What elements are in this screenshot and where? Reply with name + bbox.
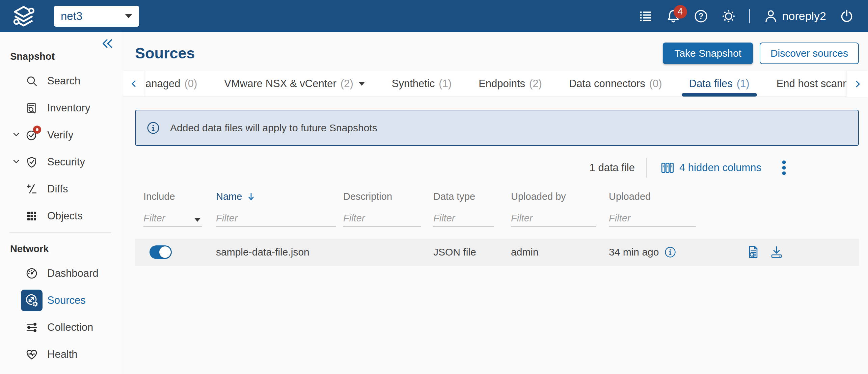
include-filter <box>143 211 202 226</box>
row-count-label: 1 data file <box>590 162 635 174</box>
topbar: net3 4 ? <box>0 0 868 32</box>
info-banner: Added data files will apply to future Sn… <box>135 110 859 146</box>
sidebar-item-label: Inventory <box>47 102 90 114</box>
column-header-name[interactable]: Name <box>216 191 343 202</box>
sidebar-item-objects[interactable]: Objects <box>0 203 123 230</box>
tab-vmware-nsx-vcenter[interactable]: VMware NSX & vCenter (2) <box>211 71 378 97</box>
tab-managed[interactable]: anaged (0) <box>145 71 211 97</box>
info-icon <box>146 121 160 135</box>
include-toggle[interactable] <box>150 245 172 259</box>
column-header-description[interactable]: Description <box>343 191 433 202</box>
diffs-plus-minus-icon <box>21 178 43 200</box>
chevron-down-icon[interactable] <box>194 218 200 222</box>
objects-grid-icon <box>21 205 43 227</box>
sidebar-item-search[interactable]: Search <box>0 68 123 95</box>
table-header: Include Name Description Data type Uploa… <box>135 191 868 202</box>
table-controls: 1 data file 4 hidden columns <box>135 159 868 176</box>
logout-power-icon[interactable] <box>840 9 854 23</box>
sidebar-section-network: Network <box>10 243 123 255</box>
sidebar-item-label: Security <box>47 156 85 168</box>
upload-info-icon[interactable] <box>664 246 676 258</box>
sources-icon <box>21 290 43 311</box>
data-type-filter <box>433 211 494 226</box>
snapshot-select[interactable]: net3 <box>54 6 139 27</box>
tab-data-files[interactable]: Data files (1) <box>676 71 763 97</box>
uploaded-by-filter <box>511 211 596 226</box>
discover-sources-button[interactable]: Discover sources <box>760 43 859 64</box>
row-actions <box>746 245 859 260</box>
sidebar-item-security[interactable]: Security <box>0 149 123 176</box>
help-icon[interactable]: ? <box>694 9 708 23</box>
name-filter <box>216 211 336 226</box>
sidebar-divider <box>9 232 111 233</box>
sort-desc-arrow-icon <box>247 192 255 202</box>
sidebar-item-label: Health <box>47 348 78 360</box>
sidebar-item-label: Sources <box>47 294 86 306</box>
page-header: Sources Take Snapshot Discover sources <box>135 42 868 64</box>
topbar-divider <box>749 9 750 23</box>
app-body: Snapshot Search Inventory <box>0 32 868 374</box>
notification-count-badge: 4 <box>674 5 687 19</box>
chevron-down-icon[interactable] <box>11 130 21 140</box>
table-menu-kebab-icon[interactable] <box>782 160 786 176</box>
data-type-cell: JSON file <box>433 246 511 258</box>
column-header-uploaded-by[interactable]: Uploaded by <box>511 191 609 202</box>
description-filter-input[interactable] <box>343 213 421 226</box>
app-logo-icon[interactable] <box>9 4 38 28</box>
tab-end-host-scanners[interactable]: End host scanners (0) <box>763 71 846 97</box>
hidden-columns-label: 4 hidden columns <box>679 162 761 174</box>
tab-data-connectors[interactable]: Data connectors (0) <box>555 71 676 97</box>
column-header-uploaded[interactable]: Uploaded <box>609 191 746 202</box>
user-menu[interactable]: noreply2 <box>763 9 826 24</box>
main-content: Sources Take Snapshot Discover sources a… <box>123 32 868 374</box>
take-snapshot-button[interactable]: Take Snapshot <box>663 43 753 64</box>
uploaded-by-filter-input[interactable] <box>511 213 596 226</box>
chevron-down-icon[interactable] <box>11 157 21 167</box>
banner-message: Added data files will apply to future Sn… <box>170 122 377 134</box>
dashboard-gauge-icon <box>21 263 43 284</box>
shield-check-icon <box>21 151 43 173</box>
verify-check-circle-icon <box>21 124 43 146</box>
uploaded-filter-input[interactable] <box>609 213 696 226</box>
inventory-icon <box>21 97 43 119</box>
sidebar-item-label: Objects <box>47 210 83 222</box>
sidebar-section-snapshot: Snapshot <box>10 51 123 62</box>
task-list-icon[interactable] <box>639 9 653 23</box>
table-row: sample-data-file.json JSON file admin 34… <box>135 239 859 266</box>
sidebar-item-verify[interactable]: Verify <box>0 122 123 149</box>
tab-synthetic[interactable]: Synthetic (1) <box>378 71 465 97</box>
columns-icon <box>660 161 675 175</box>
page-title: Sources <box>135 45 195 62</box>
topbar-actions: 4 ? noreply <box>639 9 854 24</box>
sidebar-collapse-icon[interactable] <box>101 37 114 52</box>
name-filter-input[interactable] <box>216 213 336 226</box>
view-file-icon[interactable] <box>746 245 760 260</box>
sidebar-item-label: Verify <box>47 129 74 141</box>
sidebar-item-diffs[interactable]: Diffs <box>0 176 123 203</box>
sidebar-item-health[interactable]: Health <box>0 341 123 368</box>
download-icon[interactable] <box>769 245 784 260</box>
svg-text:?: ? <box>698 12 703 21</box>
theme-brightness-icon[interactable] <box>722 9 736 23</box>
sidebar: Snapshot Search Inventory <box>0 32 123 374</box>
column-header-data-type[interactable]: Data type <box>433 191 511 202</box>
sidebar-item-label: Diffs <box>47 183 68 195</box>
sources-tabstrip: anaged (0) VMware NSX & vCenter (2) Synt… <box>123 71 868 97</box>
collection-sliders-icon <box>21 317 43 338</box>
controls-divider <box>646 158 647 178</box>
file-name-cell: sample-data-file.json <box>216 246 343 258</box>
data-type-filter-input[interactable] <box>433 213 494 226</box>
tabs-scroll-left-button[interactable] <box>123 71 145 97</box>
tabs-viewport: anaged (0) VMware NSX & vCenter (2) Synt… <box>145 71 846 97</box>
tabs-scroll-right-button[interactable] <box>846 71 868 97</box>
column-header-include[interactable]: Include <box>143 191 216 202</box>
sidebar-item-dashboard[interactable]: Dashboard <box>0 260 123 287</box>
sidebar-item-sources[interactable]: Sources <box>0 287 123 314</box>
hidden-columns-button[interactable]: 4 hidden columns <box>660 161 761 175</box>
sidebar-item-collection[interactable]: Collection <box>0 314 123 341</box>
tab-endpoints[interactable]: Endpoints (2) <box>465 71 555 97</box>
sidebar-item-inventory[interactable]: Inventory <box>0 95 123 122</box>
description-filter <box>343 211 421 226</box>
notifications-bell-icon[interactable]: 4 <box>666 9 680 23</box>
include-filter-input[interactable] <box>143 213 202 226</box>
